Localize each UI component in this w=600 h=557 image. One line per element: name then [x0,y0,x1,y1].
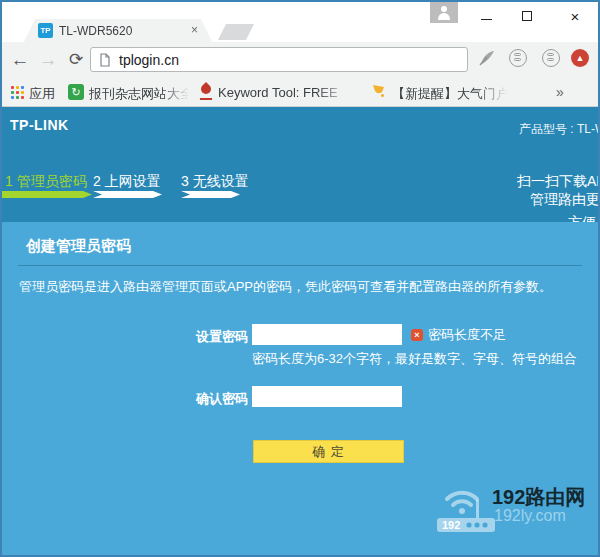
bookmark-favicon-trophy-icon[interactable] [370,83,387,100]
page-document-icon [99,53,111,67]
titlebar: TP TL-WDR5620 × × [2,2,598,42]
page-header: TP-LINK 产品型号 : TL-W 1 管理员密码 2 上网设置 3 无线设… [2,107,598,222]
back-button[interactable]: ← [6,46,34,74]
confirm-password-label: 确认密码 [2,390,248,408]
new-tab-button[interactable] [218,24,254,40]
panel-title: 创建管理员密码 [26,237,131,256]
product-model-label: 产品型号 : TL-W [519,121,598,138]
bookmark-favicon-drop-icon[interactable] [200,84,212,100]
confirm-password-input[interactable] [252,386,402,407]
tab-close-icon[interactable]: × [191,23,198,37]
step-admin-password[interactable]: 1 管理员密码 [5,173,87,191]
maximize-button[interactable] [508,2,546,30]
address-bar[interactable]: tplogin.cn [90,47,468,72]
tplink-favicon-icon: TP [38,23,53,38]
error-text: 密码长度不足 [428,326,506,344]
bookmarks-overflow-chevron[interactable]: » [556,84,564,100]
create-password-panel: 创建管理员密码 管理员密码是进入路由器管理页面或APP的密码，凭此密码可查看并配… [2,222,598,555]
extension-circle-icon[interactable] [509,49,529,69]
password-hint: 密码长度为6-32个字符，最好是数字、字母、符号的组合 [252,350,577,368]
bookmark-item[interactable]: 报刊杂志网站大全_沪 [89,85,191,103]
bookmark-favicon-green-icon[interactable]: ↻ [68,84,84,100]
router-setup-page: TP-LINK 产品型号 : TL-W 1 管理员密码 2 上网设置 3 无线设… [2,107,598,555]
confirm-button[interactable]: 确 定 [253,440,404,463]
minimize-icon [481,19,492,20]
watermark-domain: 192ly.com [494,507,566,525]
step-wireless-settings[interactable]: 3 无线设置 [181,173,249,191]
step-internet-settings[interactable]: 2 上网设置 [93,173,161,191]
bookmarks-bar: 应用 ↻ 报刊杂志网站大全_沪 Keyword Tool: FREE 【新提醒】… [2,78,598,107]
password-error: × 密码长度不足 [411,326,506,344]
browser-window: TP TL-WDR5620 × × ← → ⟳ tplogin.cn [0,0,600,557]
profile-avatar-button[interactable] [430,2,458,23]
step-progress-bar-active [2,191,92,198]
feather-extension-icon[interactable] [478,49,498,69]
minimize-button[interactable] [467,2,505,30]
close-window-button[interactable]: × [556,2,594,30]
promo-scan-line2: 管理路由更方便 [530,191,598,209]
tab-title: TL-WDR5620 [59,24,132,38]
close-icon: × [571,9,580,24]
watermark: 192 192路由网 192ly.com [435,478,595,538]
forward-button[interactable]: → [34,46,62,74]
step-progress-bar [181,191,240,198]
bookmark-item[interactable]: 【新提醒】大气门户 [392,85,510,103]
bookmark-item[interactable]: Keyword Tool: FREE [218,85,354,100]
promo-scan-line3: 方便 [568,214,596,222]
browser-toolbar: ← → ⟳ tplogin.cn ▲ [2,42,598,78]
url-text: tplogin.cn [119,52,179,68]
error-icon: × [411,329,423,341]
password-label: 设置密码 [2,328,248,346]
maximize-icon [522,11,532,21]
promo-scan-line1: 扫一扫下载APP [517,173,598,191]
update-extension-icon[interactable]: ▲ [571,49,591,69]
svg-text:192: 192 [442,519,460,531]
reload-button[interactable]: ⟳ [62,46,90,74]
wifi-router-icon: 192 [435,478,497,536]
apps-grid-icon[interactable] [11,86,24,99]
extension-circle-icon[interactable] [542,49,562,69]
browser-tab[interactable]: TP TL-WDR5620 × [24,19,212,42]
step-progress-bar [93,191,162,198]
password-input[interactable] [252,324,402,345]
tplink-logo: TP-LINK [10,117,69,133]
panel-description: 管理员密码是进入路由器管理页面或APP的密码，凭此密码可查看并配置路由器的所有参… [19,278,552,296]
avatar-icon [441,6,447,12]
divider [18,265,582,266]
bookmark-apps-label[interactable]: 应用 [29,85,55,103]
